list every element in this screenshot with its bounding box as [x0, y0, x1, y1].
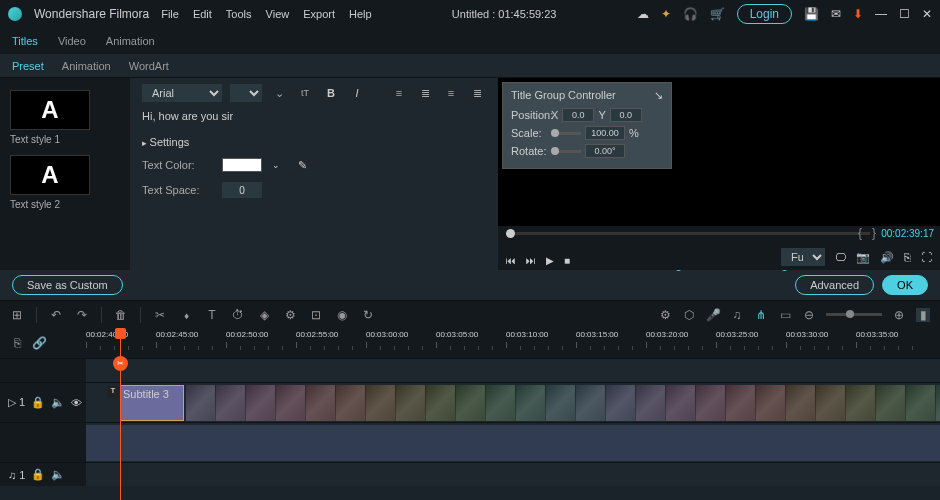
- cart-icon[interactable]: 🛒: [710, 7, 725, 21]
- tgc-scale-slider[interactable]: [551, 132, 581, 135]
- text-style-1-thumb[interactable]: A: [10, 90, 90, 130]
- stop-icon[interactable]: ■: [564, 255, 570, 266]
- menu-tools[interactable]: Tools: [226, 8, 252, 20]
- text-style-2-thumb[interactable]: A: [10, 155, 90, 195]
- font-family-select[interactable]: Arial: [142, 84, 222, 102]
- tgc-close-icon[interactable]: ↘: [654, 89, 663, 102]
- zoom-in-icon[interactable]: ⊕: [892, 308, 906, 322]
- cut-icon[interactable]: ✂: [153, 308, 167, 322]
- marker-icon[interactable]: ⋔: [754, 308, 768, 322]
- align-left-icon[interactable]: ≡: [390, 84, 408, 102]
- menu-edit[interactable]: Edit: [193, 8, 212, 20]
- refresh-icon[interactable]: ↻: [361, 308, 375, 322]
- zoom-out-icon[interactable]: ⊖: [802, 308, 816, 322]
- video-clip[interactable]: Next Gen: [186, 385, 940, 421]
- align-right-icon[interactable]: ≡: [442, 84, 460, 102]
- tgc-x-input[interactable]: [562, 108, 594, 122]
- cloud-icon[interactable]: ☁: [637, 7, 649, 21]
- scrub-thumb[interactable]: [506, 229, 515, 238]
- text-color-swatch[interactable]: [222, 158, 262, 172]
- playhead[interactable]: ✂: [120, 328, 121, 500]
- prev-frame-icon[interactable]: ⏮: [506, 255, 516, 266]
- subtab-preset[interactable]: Preset: [12, 60, 44, 72]
- text-space-input[interactable]: [222, 182, 262, 198]
- speed-icon[interactable]: ⏱: [231, 308, 245, 322]
- font-size-select[interactable]: 24: [230, 84, 262, 102]
- login-button[interactable]: Login: [737, 4, 792, 24]
- gear-icon[interactable]: ⚙: [658, 308, 672, 322]
- text-input[interactable]: Hi, how are you sir: [142, 110, 486, 122]
- tab-animation[interactable]: Animation: [106, 35, 155, 47]
- keyframe-icon[interactable]: ◉: [335, 308, 349, 322]
- close-icon[interactable]: ✕: [922, 7, 932, 21]
- next-frame-icon[interactable]: ⏭: [526, 255, 536, 266]
- playhead-cut-icon[interactable]: ✂: [113, 356, 128, 371]
- mute-icon[interactable]: 🔈: [51, 396, 65, 409]
- tgc-rotate-slider[interactable]: [551, 150, 581, 153]
- download-icon[interactable]: ⬇: [853, 7, 863, 21]
- lock-icon[interactable]: 🔒: [31, 468, 45, 481]
- tab-titles[interactable]: Titles: [12, 35, 38, 47]
- eye-icon[interactable]: 👁: [71, 397, 82, 409]
- align-justify-icon[interactable]: ≣: [468, 84, 486, 102]
- scrub-bar[interactable]: [506, 232, 870, 235]
- volume-icon[interactable]: 🔊: [880, 251, 894, 264]
- mute-icon[interactable]: 🔈: [51, 468, 65, 481]
- brace-markers[interactable]: { }: [858, 226, 876, 240]
- undo-icon[interactable]: ↶: [49, 308, 63, 322]
- menu-help[interactable]: Help: [349, 8, 372, 20]
- lock-icon[interactable]: 🔒: [31, 396, 45, 409]
- menu-file[interactable]: File: [161, 8, 179, 20]
- quality-select[interactable]: Full: [781, 248, 825, 266]
- sparkle-icon[interactable]: ✦: [661, 7, 671, 21]
- grid-icon[interactable]: ⊞: [10, 308, 24, 322]
- mail-icon[interactable]: ✉: [831, 7, 841, 21]
- crop2-icon[interactable]: ▭: [778, 308, 792, 322]
- crop-icon[interactable]: ⊡: [309, 308, 323, 322]
- copy-icon[interactable]: ⎘: [10, 336, 24, 350]
- tab-video[interactable]: Video: [58, 35, 86, 47]
- tag-icon[interactable]: ⬧: [179, 308, 193, 322]
- menu-view[interactable]: View: [266, 8, 290, 20]
- italic-icon[interactable]: I: [348, 84, 366, 102]
- export-icon[interactable]: ⎘: [904, 251, 911, 263]
- link-icon[interactable]: 🔗: [32, 336, 46, 350]
- subtab-animation[interactable]: Animation: [62, 60, 111, 72]
- title-clip[interactable]: Subtitle 3: [120, 385, 184, 421]
- zoom-slider[interactable]: [826, 313, 882, 316]
- display-icon[interactable]: 🖵: [835, 251, 846, 263]
- audio-clip[interactable]: [86, 425, 940, 461]
- subtab-wordart[interactable]: WordArt: [129, 60, 169, 72]
- menu-export[interactable]: Export: [303, 8, 335, 20]
- snapshot-icon[interactable]: 📷: [856, 251, 870, 264]
- save-as-custom-button[interactable]: Save as Custom: [12, 275, 123, 295]
- color-chevron-icon[interactable]: ⌄: [272, 160, 280, 170]
- headphones-icon[interactable]: 🎧: [683, 7, 698, 21]
- save-icon[interactable]: 💾: [804, 7, 819, 21]
- text-icon[interactable]: T: [205, 308, 219, 322]
- tgc-y-input[interactable]: [610, 108, 642, 122]
- adjust-icon[interactable]: ⚙: [283, 308, 297, 322]
- color-icon[interactable]: ◈: [257, 308, 271, 322]
- eyedropper-icon[interactable]: ✎: [298, 159, 307, 172]
- timeline-ruler[interactable]: ⎘ 🔗 00:02:40:0000:02:45:0000:02:50:0000:…: [0, 328, 940, 358]
- settings-header[interactable]: Settings: [142, 136, 486, 148]
- ok-button[interactable]: OK: [882, 275, 928, 295]
- shield-icon[interactable]: ⬡: [682, 308, 696, 322]
- delete-icon[interactable]: 🗑: [114, 308, 128, 322]
- fit-icon[interactable]: ▮: [916, 308, 930, 322]
- tgc-rotate-input[interactable]: [585, 144, 625, 158]
- redo-icon[interactable]: ↷: [75, 308, 89, 322]
- mic-icon[interactable]: 🎤: [706, 308, 720, 322]
- play-icon[interactable]: ▶: [546, 255, 554, 266]
- align-center-icon[interactable]: ≣: [416, 84, 434, 102]
- tgc-scale-input[interactable]: [585, 126, 625, 140]
- chevron-down-icon[interactable]: ⌄: [270, 84, 288, 102]
- tt-icon[interactable]: tT: [296, 84, 314, 102]
- advanced-button[interactable]: Advanced: [795, 275, 874, 295]
- minimize-icon[interactable]: —: [875, 7, 887, 21]
- bold-icon[interactable]: B: [322, 84, 340, 102]
- maximize-icon[interactable]: ☐: [899, 7, 910, 21]
- fullscreen-icon[interactable]: ⛶: [921, 251, 932, 263]
- music-icon[interactable]: ♫: [730, 308, 744, 322]
